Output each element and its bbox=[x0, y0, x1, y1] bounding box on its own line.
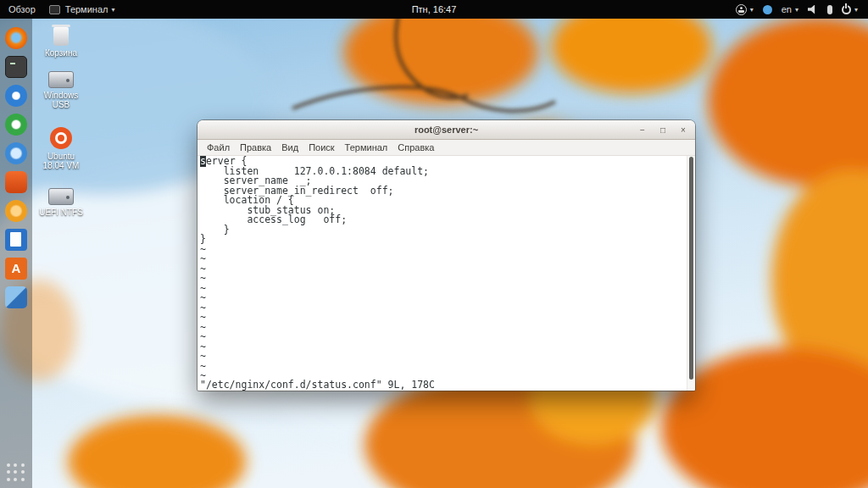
dock-items bbox=[0, 19, 32, 308]
terminal-buffer: server { listen 127.0.0.1:8084 default; … bbox=[198, 156, 695, 381]
clock[interactable]: Птн, 16:47 bbox=[412, 4, 457, 14]
chevron-down-icon: ▾ bbox=[111, 6, 114, 14]
chromium-icon bbox=[5, 85, 27, 107]
terminal-window: root@server:~ −□× ФайлПравкаВидПоискТерм… bbox=[198, 120, 695, 391]
empty-line-tilde: ~ bbox=[200, 274, 683, 284]
menu-item-5[interactable]: Справка bbox=[392, 141, 439, 154]
empty-line-tilde: ~ bbox=[200, 303, 683, 313]
virtualbox-icon bbox=[5, 286, 27, 308]
desktop-icon-uefi-ntfs[interactable]: UEFI NTFS bbox=[36, 188, 86, 217]
app-menu-label: Терминал bbox=[65, 4, 108, 14]
drive-icon bbox=[48, 71, 74, 88]
dock-item-chromium[interactable] bbox=[5, 84, 28, 107]
dock-item-virtualbox[interactable] bbox=[5, 286, 28, 308]
volume-icon[interactable] bbox=[808, 5, 818, 14]
desktop-icon-windows-usb[interactable]: Windows USB bbox=[36, 71, 86, 109]
rhythmbox-icon bbox=[5, 171, 27, 193]
terminal-icon bbox=[49, 5, 60, 14]
dock bbox=[0, 19, 32, 488]
menu-item-4[interactable]: Терминал bbox=[340, 141, 393, 154]
accessibility-menu[interactable]: ▾ bbox=[736, 4, 754, 15]
scrollbar-thumb[interactable] bbox=[689, 157, 693, 380]
dock-item-libreoffice[interactable] bbox=[5, 257, 28, 280]
system-menu[interactable]: ▾ bbox=[842, 5, 858, 14]
close-button[interactable]: × bbox=[677, 124, 689, 136]
empty-line-tilde: ~ bbox=[200, 323, 683, 333]
remmina-icon bbox=[5, 114, 27, 136]
power-icon bbox=[842, 5, 851, 14]
desktop: Обзор Терминал ▾ Птн, 16:47 ▾ en ▾ ▾ bbox=[0, 0, 868, 488]
empty-line-tilde: ~ bbox=[200, 254, 683, 264]
top-bar: Обзор Терминал ▾ Птн, 16:47 ▾ en ▾ ▾ bbox=[0, 0, 868, 19]
empty-line-tilde: ~ bbox=[200, 245, 683, 255]
terminal-content[interactable]: server { listen 127.0.0.1:8084 default; … bbox=[198, 156, 695, 391]
window-controls: −□× bbox=[637, 120, 689, 139]
dock-item-terminal[interactable] bbox=[5, 55, 28, 78]
chevron-down-icon: ▾ bbox=[854, 6, 858, 14]
menu-item-1[interactable]: Правка bbox=[235, 141, 276, 154]
menu-item-0[interactable]: Файл bbox=[202, 141, 235, 154]
desktop-icon-label: Корзина bbox=[36, 48, 86, 58]
window-titlebar[interactable]: root@server:~ −□× bbox=[198, 120, 695, 140]
menu-item-3[interactable]: Поиск bbox=[303, 141, 339, 154]
vim-status-line: "/etc/nginx/conf.d/status.conf" 9L, 178C bbox=[200, 380, 435, 391]
app-menu[interactable]: Терминал ▾ bbox=[49, 4, 115, 14]
keyboard-layout-label: en bbox=[782, 4, 792, 14]
chevron-down-icon: ▾ bbox=[750, 6, 754, 14]
terminal-line: } bbox=[200, 235, 683, 245]
scrollbar[interactable] bbox=[687, 156, 695, 391]
dock-item-browser[interactable] bbox=[5, 141, 28, 164]
desktop-icon-label: Ubuntu 18.04 VM bbox=[36, 152, 86, 170]
desktop-icon-trash[interactable]: Корзина bbox=[36, 27, 86, 58]
empty-line-tilde: ~ bbox=[200, 352, 683, 362]
status-dot-icon bbox=[763, 5, 772, 14]
ubuntu-logo-icon bbox=[50, 127, 72, 149]
empty-line-tilde: ~ bbox=[200, 264, 683, 274]
desktop-icon-ubuntu-vm[interactable]: Ubuntu 18.04 VM bbox=[36, 127, 86, 170]
keyboard-layout-menu[interactable]: en ▾ bbox=[782, 4, 798, 14]
drive-icon bbox=[48, 188, 74, 205]
empty-line-tilde: ~ bbox=[200, 342, 683, 352]
empty-line-tilde: ~ bbox=[200, 362, 683, 372]
trash-icon bbox=[53, 27, 69, 46]
dock-item-software[interactable] bbox=[5, 199, 28, 222]
empty-line-tilde: ~ bbox=[200, 332, 683, 342]
browser-icon bbox=[5, 142, 27, 164]
terminal-line: } bbox=[200, 225, 683, 236]
firefox-icon bbox=[5, 27, 27, 49]
writer-icon bbox=[5, 229, 27, 251]
empty-line-tilde: ~ bbox=[200, 293, 683, 303]
dock-item-firefox[interactable] bbox=[5, 26, 28, 49]
libreoffice-icon bbox=[5, 258, 27, 280]
dock-item-rhythmbox[interactable] bbox=[5, 170, 28, 193]
microphone-icon[interactable] bbox=[827, 5, 832, 14]
terminal-icon bbox=[5, 56, 27, 78]
accessibility-icon bbox=[736, 4, 747, 15]
maximize-button[interactable]: □ bbox=[657, 124, 669, 136]
desktop-icon-label: Windows USB bbox=[36, 91, 86, 109]
dock-item-writer[interactable] bbox=[5, 228, 28, 251]
window-title: root@server:~ bbox=[415, 125, 478, 135]
show-applications-button[interactable] bbox=[7, 463, 25, 482]
menu-item-2[interactable]: Вид bbox=[276, 141, 303, 154]
activities-button[interactable]: Обзор bbox=[8, 4, 36, 14]
dock-item-remmina[interactable] bbox=[5, 113, 28, 136]
minimize-button[interactable]: − bbox=[637, 124, 648, 136]
software-icon bbox=[5, 200, 27, 222]
desktop-icon-label: UEFI NTFS bbox=[36, 208, 86, 217]
menu-bar: ФайлПравкаВидПоискТерминалСправка bbox=[198, 140, 695, 156]
empty-line-tilde: ~ bbox=[200, 284, 683, 294]
terminal-line: access_log off; bbox=[200, 215, 683, 225]
empty-line-tilde: ~ bbox=[200, 313, 683, 323]
chevron-down-icon: ▾ bbox=[795, 6, 798, 14]
